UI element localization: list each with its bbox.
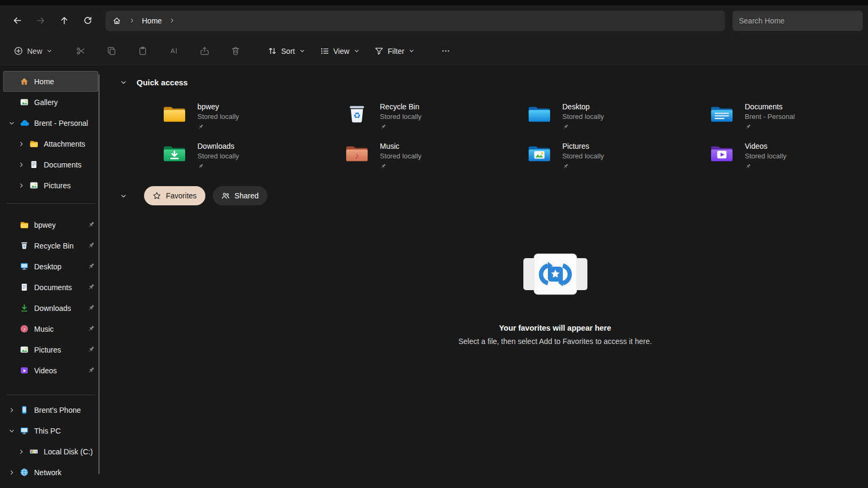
chevron-down-icon[interactable] <box>5 425 18 437</box>
cut-button[interactable] <box>68 41 93 62</box>
sidebar-item-bpwey[interactable]: bpwey <box>3 214 98 235</box>
rename-button[interactable] <box>161 41 186 62</box>
delete-button[interactable] <box>223 41 248 62</box>
sidebar-scrollbar[interactable] <box>98 74 100 474</box>
sidebar-divider <box>6 203 95 204</box>
downloads-folder-icon <box>162 142 187 164</box>
tile-bpwey[interactable]: bpwey Stored locally <box>162 102 322 141</box>
sidebar-item-recycle-bin[interactable]: ♻ Recycle Bin <box>3 235 98 256</box>
favorites-tab[interactable]: Favorites <box>144 186 205 205</box>
sidebar-item-attachments[interactable]: Attachments <box>3 133 98 154</box>
sidebar-item-label: Desktop <box>34 262 61 271</box>
sidebar-item-onedrive[interactable]: Brent - Personal <box>3 113 98 133</box>
tile-meta: Videos Stored locally <box>745 141 786 170</box>
tile-meta: Recycle Bin Stored locally <box>380 102 421 130</box>
tile-meta: Desktop Stored locally <box>562 102 604 130</box>
more-options-button[interactable] <box>434 41 458 62</box>
pin-icon <box>87 366 95 374</box>
shared-tab[interactable]: Shared <box>213 186 267 205</box>
share-button[interactable] <box>192 41 217 62</box>
sidebar-item-music[interactable]: ♪ Music <box>3 318 98 339</box>
tile-documents[interactable]: Documents Brent - Personal <box>710 102 868 141</box>
copy-button[interactable] <box>99 41 124 62</box>
chevron-down-icon <box>409 48 415 54</box>
refresh-button[interactable] <box>77 11 98 30</box>
sidebar-item-desktop[interactable]: Desktop <box>3 256 98 277</box>
sidebar-item-documents-onedrive[interactable]: Documents <box>3 154 98 175</box>
sidebar-item-pictures-onedrive[interactable]: Pictures <box>3 175 98 196</box>
tile-name: Downloads <box>197 141 239 151</box>
sidebar-item-label: bpwey <box>34 221 55 229</box>
chevron-right-icon[interactable] <box>15 138 28 150</box>
chevron-spacer <box>5 260 18 273</box>
section-collapse-chevron-icon[interactable] <box>117 190 129 202</box>
tile-music[interactable]: ♪ Music Stored locally <box>345 141 505 181</box>
up-button[interactable] <box>54 11 74 30</box>
tile-videos[interactable]: Videos Stored locally <box>710 141 868 181</box>
tile-downloads[interactable]: Downloads Stored locally <box>162 141 322 181</box>
sidebar-item-label: Music <box>34 325 54 333</box>
sidebar-item-this-pc[interactable]: This PC <box>3 420 98 441</box>
chevron-down-icon <box>354 48 360 54</box>
back-button[interactable] <box>7 11 27 30</box>
sidebar-item-home[interactable]: Home <box>3 71 98 92</box>
new-button[interactable]: New <box>9 41 58 62</box>
chevron-spacer <box>5 219 18 231</box>
tile-subtitle: Brent - Personal <box>745 112 795 122</box>
sidebar-item-label: Gallery <box>34 98 58 107</box>
pin-icon <box>87 283 95 291</box>
address-bar[interactable]: Home <box>106 11 725 31</box>
breadcrumb-home-label[interactable]: Home <box>138 14 166 27</box>
chevron-spacer <box>5 96 18 109</box>
sidebar-item-gallery[interactable]: Gallery <box>3 92 98 113</box>
tile-meta: Music Stored locally <box>380 141 421 170</box>
svg-text:♻: ♻ <box>353 111 361 120</box>
tile-name: Videos <box>745 141 786 151</box>
section-collapse-chevron-icon[interactable] <box>117 76 129 88</box>
filter-icon <box>375 46 384 55</box>
disk-drive-icon <box>29 447 38 457</box>
sidebar-item-network[interactable]: Network <box>3 462 98 483</box>
pictures-folder-icon <box>527 142 552 164</box>
tile-meta: bpwey Stored locally <box>197 102 239 130</box>
chevron-right-icon[interactable] <box>15 445 28 458</box>
view-icon <box>320 46 329 55</box>
chevron-down-icon[interactable] <box>5 117 18 130</box>
forward-button[interactable] <box>30 11 51 30</box>
computer-icon <box>19 426 29 436</box>
chevron-right-icon[interactable] <box>15 179 28 192</box>
empty-state-title: Your favorites will appear here <box>499 324 611 332</box>
sidebar-item-documents[interactable]: Documents <box>3 277 98 298</box>
music-icon: ♪ <box>19 324 29 334</box>
picture-icon <box>29 181 38 190</box>
filter-button[interactable]: Filter <box>369 41 420 62</box>
chevron-right-icon[interactable] <box>5 404 18 417</box>
paste-button[interactable] <box>130 41 155 62</box>
sidebar-item-label: Documents <box>44 161 82 169</box>
view-button[interactable]: View <box>315 41 365 62</box>
sidebar-item-local-disk-c[interactable]: Local Disk (C:) <box>3 441 98 462</box>
sort-button[interactable]: Sort <box>262 41 310 62</box>
sidebar-item-brents-phone[interactable]: Brent's Phone <box>3 399 98 420</box>
search-input[interactable] <box>739 17 856 25</box>
sidebar-item-label: Brent's Phone <box>34 406 81 414</box>
chevron-right-icon <box>126 17 138 25</box>
tile-pictures[interactable]: Pictures Stored locally <box>527 141 687 181</box>
plus-circle-icon <box>14 46 23 55</box>
chevron-right-icon[interactable] <box>5 466 18 479</box>
recycle-bin-icon: ♻ <box>19 241 29 251</box>
sidebar-item-videos[interactable]: Videos <box>3 360 98 381</box>
desktop-folder-icon <box>527 102 552 125</box>
tile-desktop[interactable]: Desktop Stored locally <box>527 102 687 141</box>
breadcrumb-home-button[interactable] <box>108 12 126 29</box>
star-icon <box>153 191 161 200</box>
file-explorer-window: Home New Sort View <box>0 0 868 488</box>
chevron-right-icon[interactable] <box>15 158 28 171</box>
sidebar-item-label: Pictures <box>34 346 61 354</box>
sidebar-item-pictures[interactable]: Pictures <box>3 339 98 360</box>
sidebar-item-downloads[interactable]: Downloads <box>3 298 98 318</box>
chevron-right-icon <box>166 17 178 25</box>
tile-name: Recycle Bin <box>380 102 421 112</box>
tile-recycle-bin[interactable]: ♻ Recycle Bin Stored locally <box>345 102 505 141</box>
new-button-label: New <box>27 47 42 55</box>
